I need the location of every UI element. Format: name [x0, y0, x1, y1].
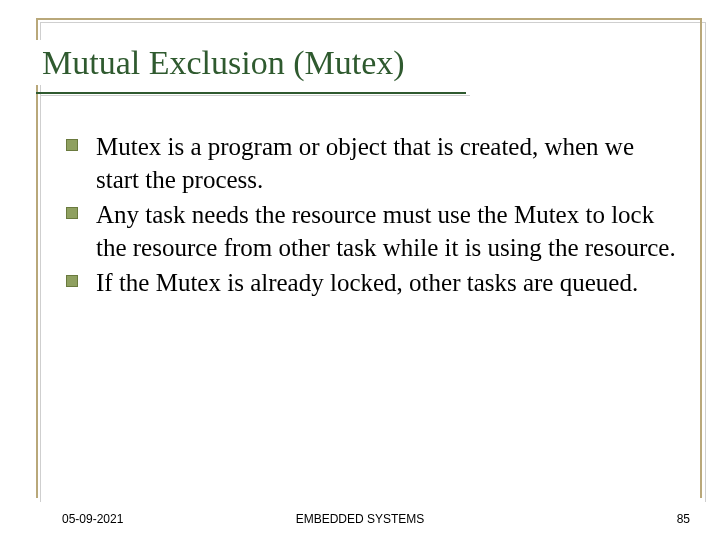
slide: Mutual Exclusion (Mutex) Mutex is a prog… — [0, 0, 720, 540]
title-underline — [36, 92, 466, 94]
title-underline-shadow — [40, 95, 470, 96]
bullet-icon — [66, 266, 96, 299]
bullet-text: Mutex is a program or object that is cre… — [96, 130, 680, 196]
slide-title: Mutual Exclusion (Mutex) — [36, 40, 417, 85]
footer-page-number: 85 — [677, 512, 690, 526]
footer-title: EMBEDDED SYSTEMS — [0, 512, 720, 526]
body-text: Mutex is a program or object that is cre… — [66, 130, 680, 301]
bullet-icon — [66, 198, 96, 264]
list-item: Any task needs the resource must use the… — [66, 198, 680, 264]
list-item: Mutex is a program or object that is cre… — [66, 130, 680, 196]
bullet-text: Any task needs the resource must use the… — [96, 198, 680, 264]
list-item: If the Mutex is already locked, other ta… — [66, 266, 680, 299]
bullet-icon — [66, 130, 96, 196]
footer: 05-09-2021 EMBEDDED SYSTEMS 85 — [0, 506, 720, 526]
bullet-text: If the Mutex is already locked, other ta… — [96, 266, 680, 299]
